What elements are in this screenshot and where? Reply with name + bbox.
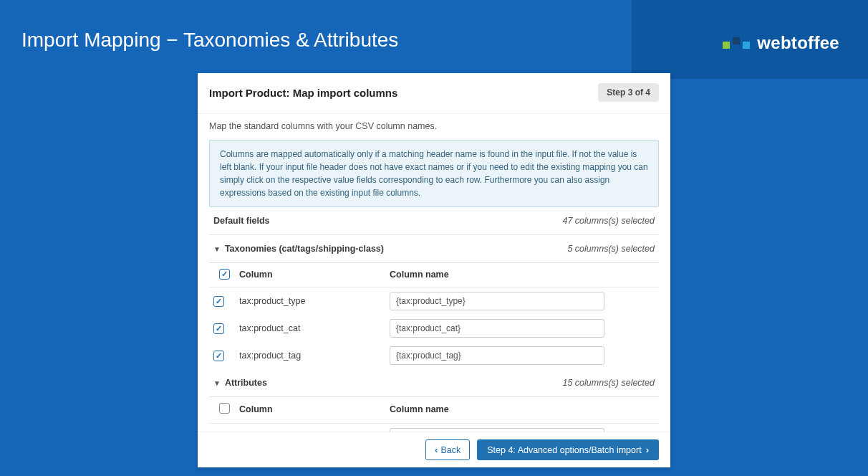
import-panel: Import Product: Map import columns Step … (198, 73, 670, 467)
brand-logo-icon (723, 37, 750, 49)
panel-subtitle: Map the standard columns with your CSV c… (198, 114, 670, 140)
back-button-label: Back (440, 445, 460, 455)
attributes-select-all-checkbox[interactable] (219, 403, 230, 414)
panel-title: Import Product: Map import columns (209, 87, 397, 99)
row-label: tax:product_tag (239, 351, 390, 361)
panel-footer: ‹ Back Step 4: Advanced options/Batch im… (198, 432, 670, 467)
section-default-count: 47 columns(s) selected (562, 216, 655, 226)
chevron-left-icon: ‹ (435, 444, 438, 455)
row-label: tax:product_type (239, 296, 390, 306)
attributes-header-column: Column (239, 404, 390, 414)
section-taxonomies-label: Taxonomies (cat/tags/shipping-class) (225, 244, 384, 254)
caret-down-icon: ▼ (213, 245, 221, 253)
row-label: tax:product_cat (239, 323, 390, 333)
section-default-label: Default fields (213, 216, 270, 226)
info-box: Columns are mapped automatically only if… (209, 140, 659, 207)
table-row: attribute:pa_color (209, 424, 659, 432)
row-checkbox[interactable] (213, 296, 224, 307)
row-checkbox[interactable] (213, 323, 224, 334)
section-attributes-label: Attributes (225, 378, 267, 388)
section-taxonomies-count: 5 columns(s) selected (567, 244, 655, 254)
panel-header: Import Product: Map import columns Step … (198, 73, 670, 114)
taxonomies-header-column: Column (239, 270, 390, 280)
table-row: tax:product_tag (209, 342, 659, 369)
step-badge: Step 3 of 4 (598, 83, 659, 102)
mapping-scroll-area: Default fields 47 columns(s) selected ▼ … (198, 207, 670, 432)
table-row: tax:product_type (209, 287, 659, 315)
brand-logo: webtoffee (723, 33, 839, 53)
table-row: tax:product_cat (209, 315, 659, 342)
section-attributes[interactable]: ▼ Attributes 15 columns(s) selected (209, 369, 659, 397)
row-value-input[interactable] (390, 346, 604, 365)
back-button[interactable]: ‹ Back (425, 439, 470, 460)
section-taxonomies[interactable]: ▼ Taxonomies (cat/tags/shipping-class) 5… (209, 235, 659, 263)
row-checkbox[interactable] (213, 351, 224, 361)
caret-down-icon: ▼ (213, 379, 221, 387)
chevron-right-icon: › (646, 444, 649, 455)
taxonomies-select-all-checkbox[interactable] (219, 269, 230, 280)
slide-title: Import Mapping − Taxonomies & Attributes (21, 29, 398, 52)
next-button[interactable]: Step 4: Advanced options/Batch import › (477, 439, 659, 460)
row-value-input[interactable] (390, 319, 604, 338)
row-value-input[interactable] (390, 292, 604, 310)
next-button-label: Step 4: Advanced options/Batch import (487, 445, 641, 455)
taxonomies-header-row: Column Column name (209, 263, 659, 287)
section-attributes-count: 15 columns(s) selected (562, 378, 655, 388)
attributes-header-name: Column name (390, 404, 655, 414)
brand-name: webtoffee (757, 33, 839, 53)
section-default-fields[interactable]: Default fields 47 columns(s) selected (209, 210, 659, 235)
attributes-header-row: Column Column name (209, 397, 659, 424)
taxonomies-header-name: Column name (390, 270, 655, 280)
